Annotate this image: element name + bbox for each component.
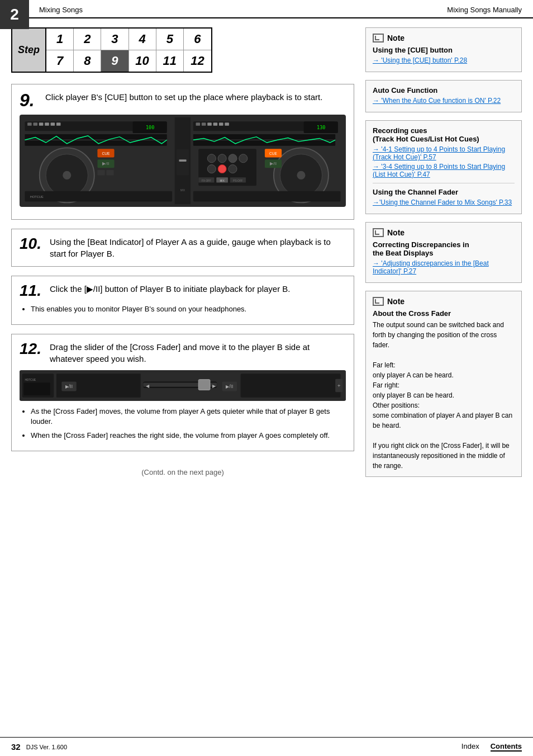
svg-text:▶/II: ▶/II — [65, 384, 73, 389]
svg-rect-21 — [25, 191, 172, 202]
svg-rect-70 — [198, 380, 210, 390]
note-5-link-1[interactable]: → 'Adjusting discrepancies in the [Beat … — [373, 259, 515, 275]
svg-text:+: + — [337, 382, 341, 389]
page-footer: 32 DJS Ver. 1.600 Index Contents — [0, 737, 533, 756]
svg-text:CUE: CUE — [269, 152, 278, 155]
note-box-2: Auto Cue Function → 'When the Auto Cue f… — [365, 80, 522, 112]
right-sidebar: Note Using the [CUE] button → 'Using the… — [365, 27, 522, 510]
note-3-title: Recording cues(Track Hot Cues/List Hot C… — [373, 126, 515, 143]
svg-rect-2 — [27, 122, 32, 126]
svg-rect-6 — [51, 122, 55, 126]
step-9-icon: 9. — [20, 91, 40, 109]
note-box-6: Note About the Cross Fader The output so… — [365, 291, 522, 477]
step-9-inner: 9. Click player B's [CUE] button to set … — [20, 91, 346, 109]
controller-image: 100 CUE ▶/II — [20, 115, 346, 207]
footer-contents-link[interactable]: Contents — [491, 742, 522, 752]
svg-rect-60 — [193, 191, 341, 202]
step-grid: Step 1 2 3 4 5 6 7 8 9 10 11 12 — [11, 27, 212, 73]
svg-text:CUE: CUE — [102, 152, 111, 155]
note-1-header: Note — [373, 34, 515, 42]
svg-point-47 — [207, 154, 216, 163]
note-6-body: The output sound can be switched back an… — [373, 320, 515, 471]
note-5-title: Correcting Discrepancies inthe Beat Disp… — [373, 240, 515, 257]
svg-text:130: 130 — [317, 125, 325, 130]
svg-text:▶/II: ▶/II — [270, 162, 277, 167]
step-num-4: 4 — [129, 29, 156, 50]
step-10-block: 10. Using the [Beat Indicator] of Player… — [11, 229, 354, 267]
note-6-title: About the Cross Fader — [373, 309, 515, 318]
note-1-title: Using the [CUE] button — [373, 46, 515, 54]
svg-rect-5 — [45, 122, 49, 126]
svg-text:HOTCUE: HOTCUE — [25, 379, 36, 381]
note-3-link-1[interactable]: → '4-1 Setting up to 4 Points to Start P… — [373, 145, 515, 161]
svg-rect-7 — [56, 122, 61, 126]
svg-point-14 — [63, 171, 71, 179]
svg-rect-32 — [213, 122, 218, 126]
note-2-link-1[interactable]: → 'When the Auto Cue function is ON' P.2… — [373, 97, 515, 105]
svg-rect-29 — [196, 122, 201, 126]
svg-rect-3 — [33, 122, 37, 126]
svg-text:100: 100 — [146, 125, 154, 130]
svg-text:▶/II: ▶/II — [102, 162, 109, 167]
step-num-8: 8 — [74, 50, 101, 72]
step-11-inner: 11. Click the [▶/II] button of Player B … — [20, 283, 346, 299]
note-4-title: Using the Channel Fader — [373, 188, 515, 196]
note-box-5: Note Correcting Discrepancies inthe Beat… — [365, 222, 522, 283]
svg-point-41 — [297, 171, 305, 179]
note-6-icon — [373, 297, 384, 306]
step-11-block: 11. Click the [▶/II] button of Player B … — [11, 276, 354, 325]
step-10-text: Using the [Beat Indicator] of Player A a… — [50, 236, 346, 259]
note-1-word: Note — [387, 34, 404, 42]
step-11-bullets: This enables you to monitor Player B's s… — [31, 304, 346, 314]
contd-text: (Contd. on the next page) — [11, 468, 354, 476]
svg-rect-4 — [39, 122, 44, 126]
svg-rect-75 — [241, 374, 341, 397]
step-9-text: Click player B's [CUE] button to set up … — [45, 91, 346, 103]
step-9-block: 9. Click player B's [CUE] button to set … — [11, 84, 354, 220]
svg-rect-64 — [24, 383, 50, 396]
note-3-divider — [373, 183, 515, 183]
step-12-bullets: As the [Cross Fader] moves, the volume f… — [31, 407, 346, 441]
svg-point-51 — [207, 165, 216, 173]
step-12-bullet-2: When the [Cross Fader] reaches the right… — [31, 431, 346, 441]
svg-text:PS-OFF: PS-OFF — [233, 179, 242, 182]
note-4-link-1[interactable]: →'Using the Channel Fader to Mix Songs' … — [373, 199, 515, 206]
note-6-word: Note — [387, 297, 404, 306]
svg-rect-33 — [219, 122, 223, 126]
svg-text:◀: ◀ — [146, 384, 150, 389]
svg-text:▶/II: ▶/II — [226, 384, 233, 389]
main-layout: Step 1 2 3 4 5 6 7 8 9 10 11 12 9. Click… — [0, 27, 533, 510]
svg-point-52 — [218, 165, 226, 173]
header-section-right: Mixing Songs Manually — [447, 6, 522, 14]
svg-point-48 — [218, 154, 226, 163]
crossfader-image: HOTCUE ▶/II ◀ ▶ ▶ — [20, 370, 346, 401]
note-5-word: Note — [387, 228, 404, 237]
svg-rect-19 — [97, 170, 104, 175]
page-header: Mixing Songs Mixing Songs Manually — [0, 0, 533, 18]
step-num-3: 3 — [101, 29, 129, 50]
step-11-bullet-1: This enables you to monitor Player B's s… — [31, 304, 346, 314]
svg-rect-24 — [177, 149, 189, 175]
note-6-header: Note — [373, 297, 515, 306]
note-3-link-2[interactable]: → '3-4 Setting up to 8 Points to Start P… — [373, 163, 515, 178]
footer-version: DJS Ver. 1.600 — [26, 744, 461, 750]
note-5-header: Note — [373, 228, 515, 237]
svg-text:MIX: MIX — [220, 179, 225, 182]
svg-rect-20 — [106, 170, 113, 175]
chapter-number: 2 — [10, 6, 19, 23]
note-1-link-1[interactable]: → 'Using the [CUE] button' P.28 — [373, 56, 515, 64]
footer-index-link[interactable]: Index — [461, 742, 479, 752]
note-box-3: Recording cues(Track Hot Cues/List Hot C… — [365, 120, 522, 214]
svg-text:FX-OFF: FX-OFF — [202, 179, 211, 182]
note-1-icon — [373, 34, 384, 42]
step-label: Step — [12, 29, 46, 72]
step-num-9: 9 — [101, 50, 129, 72]
svg-point-53 — [229, 165, 237, 173]
step-12-icon: 12. — [20, 341, 44, 357]
svg-rect-25 — [179, 159, 186, 162]
step-num-5: 5 — [156, 29, 184, 50]
footer-page-num: 32 — [11, 742, 21, 752]
note-2-title: Auto Cue Function — [373, 86, 515, 94]
step-numbers: 1 2 3 4 5 6 7 8 9 10 11 12 — [46, 29, 211, 72]
svg-rect-30 — [202, 122, 206, 126]
